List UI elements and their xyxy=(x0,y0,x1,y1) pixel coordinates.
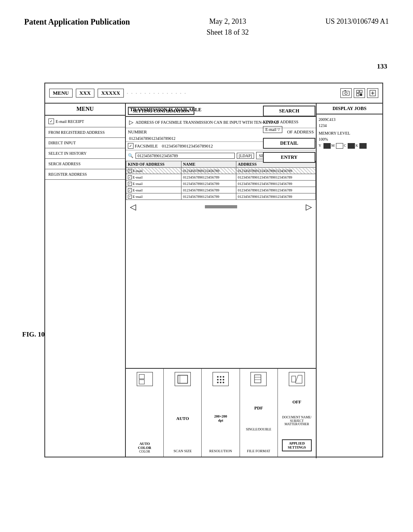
memory-seg-k xyxy=(359,143,367,149)
search-address-label: SERCH ADDRESS xyxy=(48,162,81,166)
row4-checkbox[interactable]: ✓ xyxy=(128,188,132,192)
settings-file-format: PDF SINGLE/DOUBLE FILE FORMAT xyxy=(240,369,278,457)
row3-kind: ✓ E-mail xyxy=(126,181,181,187)
display-jobs-text: DISPLAY JOBS xyxy=(332,106,366,111)
register-address-label: REGISTER ADDRESS xyxy=(48,172,87,177)
row1-checkbox[interactable]: ✓ xyxy=(128,169,132,173)
menu-label[interactable]: MENU xyxy=(49,89,73,98)
table-row[interactable]: ✓ E-mail 01234567890123456789 0123456789… xyxy=(126,193,316,200)
jobs-info: 2009C413 1234 MEMORY LEVEL 100% Y M C K xyxy=(317,114,382,151)
svg-line-27 xyxy=(296,375,298,382)
direct-input-label: DIRECT INPUT xyxy=(48,141,76,145)
icon-plus-box[interactable] xyxy=(367,88,378,98)
svg-point-22 xyxy=(223,382,224,383)
applied-settings-button[interactable]: APPLIED SETTINGS xyxy=(282,439,312,451)
number-value: 01234567890123456789012 xyxy=(129,136,175,141)
svg-point-17 xyxy=(217,379,219,380)
header-center: May 2, 2013 Sheet 18 of 32 xyxy=(206,16,248,38)
row5-checkbox[interactable]: ✓ xyxy=(128,195,132,199)
kind-address-dropdown[interactable]: E-mail ▽ xyxy=(263,126,282,133)
select-history-label: SELECT IN HISTORY xyxy=(48,151,87,156)
left-item-from-registered[interactable]: FROM REGISTERED ADDRESS xyxy=(45,127,125,138)
settings-grid: AUTO COLOR COLOR AUTO xyxy=(126,369,316,457)
svg-point-15 xyxy=(220,376,221,378)
table-row[interactable]: ✓ E-mail 01234567890123456789 0123456789… xyxy=(126,187,316,193)
svg-rect-12 xyxy=(178,375,188,383)
checkbox-email-receipt[interactable]: ✓ xyxy=(48,118,54,124)
ldap-box[interactable]: [LDAP] xyxy=(237,153,254,159)
facsimile-value: 01234567890123456789012 xyxy=(162,143,213,148)
col-header-name: NAME xyxy=(181,161,236,168)
scan-size-icon[interactable] xyxy=(175,372,191,386)
resolution-icon[interactable] xyxy=(213,372,229,386)
single-double-off: OFF xyxy=(292,399,301,404)
header-right: US 2013/0106749 A1 xyxy=(325,16,389,27)
color-label-text: COLOR xyxy=(138,446,151,450)
xxx-label: XXX xyxy=(76,89,94,98)
svg-rect-4 xyxy=(360,90,362,93)
kind-of-address-label: KIND OF ADDRESS xyxy=(263,120,315,124)
left-item-search-address[interactable]: SERCH ADDRESS xyxy=(45,159,125,169)
file-format-value: PDF xyxy=(254,405,263,410)
icon-camera[interactable] xyxy=(340,88,352,98)
auto-color-label: AUTO xyxy=(138,442,151,446)
detail-button[interactable]: DETAIL xyxy=(263,138,315,149)
checkbox-facsimile[interactable]: ✓ xyxy=(128,143,133,149)
resolution-value: 200×200dpi xyxy=(214,414,227,422)
ldap-label: [LDAP] xyxy=(239,154,252,158)
bottom-settings: AUTO COLOR COLOR AUTO xyxy=(126,368,316,457)
menu-header-text: MENU xyxy=(77,106,94,112)
table-row[interactable]: ✓ E-mail 01234567890123456789 0123456789… xyxy=(126,181,316,187)
svg-point-16 xyxy=(223,376,224,378)
row5-address: 012345678901234567890123456789 xyxy=(236,193,315,200)
col-header-kind: KIND OF ADDRESS xyxy=(126,161,181,168)
nav-left-arrow[interactable]: ◁ xyxy=(130,202,136,212)
row2-kind: ✓ E-mail xyxy=(126,174,181,181)
row2-name: 01234567890123456789 xyxy=(181,174,236,181)
svg-rect-3 xyxy=(357,90,359,93)
row2-checkbox[interactable]: ✓ xyxy=(128,175,132,179)
file-format-icon[interactable] xyxy=(250,372,267,386)
page-header: Patent Application Publication May 2, 20… xyxy=(0,0,413,46)
left-item-select-history[interactable]: SELECT IN HISTORY xyxy=(45,148,125,159)
memory-m: M xyxy=(332,143,335,149)
memory-pct: 100% xyxy=(319,136,380,142)
nav-right-arrow[interactable]: ▷ xyxy=(306,202,312,212)
top-bar-dots: · · · · · · · · · · · · · · xyxy=(127,91,337,96)
scan-size-value: AUTO xyxy=(176,416,189,421)
header-left: Patent Application Publication xyxy=(24,16,130,27)
entry-button[interactable]: ENTRY xyxy=(263,152,315,163)
job-num: 1234 xyxy=(319,123,380,129)
row5-kind: ✓ E-mail xyxy=(126,193,181,200)
ui-top-bar: MENU XXX XXXXX · · · · · · · · · · · · ·… xyxy=(45,83,382,104)
table-row[interactable]: ✓ E-mail 01234567890123456789 0123456789… xyxy=(126,174,316,181)
left-item-register-address[interactable]: REGISTER ADDRESS xyxy=(45,169,125,180)
left-item-direct-input[interactable]: DIRECT INPUT xyxy=(45,138,125,148)
svg-point-20 xyxy=(217,382,219,383)
search-button[interactable]: SEARCH xyxy=(263,106,315,116)
left-item-email-receipt[interactable]: ✓ E-mail RECEIPT xyxy=(45,116,125,127)
row4-name: 01234567890123456789 xyxy=(181,187,236,193)
svg-rect-5 xyxy=(357,94,359,96)
single-double-icon[interactable] xyxy=(289,372,305,386)
svg-rect-0 xyxy=(343,91,349,96)
progress-bar xyxy=(205,205,237,208)
svg-point-14 xyxy=(217,376,219,378)
ui-left-panel: MENU ✓ E-mail RECEIPT FROM REGISTERED AD… xyxy=(45,104,126,457)
address-table: KIND OF ADDRESS NAME ADDRESS ✓ E-mail xyxy=(126,161,316,200)
table-row[interactable]: ✓ E-mail 01234567890123456789 0123456789… xyxy=(126,168,316,174)
scan-size-label: SCAN SIZE xyxy=(173,449,192,453)
row1-name: 01234567890123456789 xyxy=(181,168,236,174)
main-diagram: 133 MENU XXX XXXXX · · · · · · · · · · ·… xyxy=(40,62,391,506)
icon-grid[interactable] xyxy=(354,88,365,98)
search-input[interactable]: 01234567890123456789 xyxy=(136,153,235,159)
memory-seg-c xyxy=(348,143,355,149)
svg-point-1 xyxy=(345,92,347,95)
publication-title: Patent Application Publication xyxy=(24,17,130,26)
row3-checkbox[interactable]: ✓ xyxy=(128,182,132,186)
row3-name: 01234567890123456789 xyxy=(181,181,236,187)
color-icon[interactable] xyxy=(137,372,153,386)
search-icon: 🔍 xyxy=(128,153,133,158)
settings-resolution: 200×200dpi RESOLUTION xyxy=(202,369,240,457)
memory-bar: Y M C K xyxy=(319,143,380,149)
